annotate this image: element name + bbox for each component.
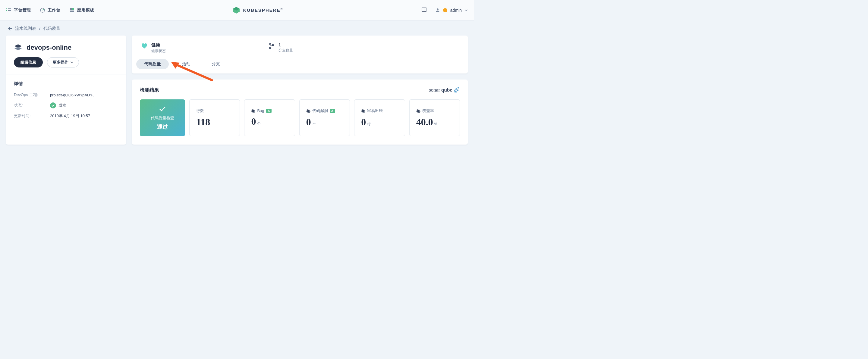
metric-value: 118 bbox=[196, 117, 210, 128]
success-check-icon bbox=[50, 102, 56, 108]
gauge-icon bbox=[40, 7, 45, 13]
svg-rect-1 bbox=[8, 8, 11, 9]
bug-icon bbox=[306, 109, 310, 113]
topnav-right: admin bbox=[421, 7, 468, 13]
sonar-wave-icon bbox=[453, 87, 460, 93]
metric-unit: 行 bbox=[367, 122, 371, 127]
svg-rect-6 bbox=[72, 8, 74, 10]
health-title: 健康 bbox=[151, 42, 166, 48]
svg-rect-5 bbox=[70, 8, 72, 10]
branch-count: 1 bbox=[278, 42, 293, 47]
username: admin bbox=[450, 8, 462, 13]
updated-value: 2019年 4月 19日 10:57 bbox=[50, 113, 90, 119]
updated-label: 更新时间: bbox=[14, 113, 50, 119]
user-menu[interactable]: admin bbox=[435, 8, 468, 13]
svg-rect-7 bbox=[70, 10, 72, 12]
metric-coverage: 覆盖率 40.0 % bbox=[409, 99, 460, 136]
pass-label2: 通过 bbox=[157, 123, 168, 130]
back-arrow-icon[interactable] bbox=[7, 26, 12, 31]
metric-unit: 个 bbox=[257, 121, 261, 126]
sonar-text2: qube bbox=[441, 87, 452, 93]
tab-code-quality[interactable]: 代码质量 bbox=[136, 59, 169, 69]
svg-point-20 bbox=[362, 110, 364, 112]
breadcrumb: 流水线列表 / 代码质量 bbox=[0, 21, 474, 36]
metric-label: 覆盖率 bbox=[422, 108, 434, 113]
svg-rect-2 bbox=[6, 10, 7, 11]
metric-unit: 个 bbox=[312, 122, 316, 127]
svg-point-16 bbox=[273, 44, 274, 46]
metric-value: 0 bbox=[306, 117, 311, 128]
nav-app-templates[interactable]: 应用模板 bbox=[69, 7, 94, 13]
metric-value: 0 bbox=[251, 116, 256, 127]
more-actions-label: 更多操作 bbox=[53, 60, 68, 65]
sonar-text1: sonar bbox=[429, 87, 440, 93]
breadcrumb-current: 代码质量 bbox=[43, 26, 60, 31]
check-icon bbox=[158, 105, 166, 113]
chevron-down-icon bbox=[465, 9, 468, 12]
svg-rect-3 bbox=[8, 10, 11, 11]
status-value: 成功 bbox=[59, 103, 66, 108]
grade-badge: A bbox=[330, 109, 335, 113]
results-title: 检测结果 bbox=[140, 87, 159, 93]
bug-icon bbox=[251, 109, 255, 113]
user-icon bbox=[435, 8, 440, 13]
chevron-down-icon bbox=[70, 61, 73, 64]
branch-subtitle: 分支数量 bbox=[278, 48, 293, 53]
status-dot-icon bbox=[443, 8, 447, 12]
svg-rect-0 bbox=[6, 8, 7, 9]
kubesphere-logo-icon bbox=[232, 6, 240, 14]
svg-point-19 bbox=[307, 110, 310, 112]
pass-label1: 代码质量检查 bbox=[151, 116, 174, 121]
health-subtitle: 健康状态 bbox=[151, 48, 166, 54]
metric-unit: % bbox=[434, 122, 438, 126]
metric-label: 容易出错 bbox=[367, 108, 383, 113]
svg-point-14 bbox=[270, 44, 271, 45]
pipeline-title: devops-online bbox=[27, 44, 71, 52]
svg-point-21 bbox=[417, 110, 420, 112]
heart-icon bbox=[141, 43, 148, 50]
devops-project-value: project-gQQ6RWYpADYJ bbox=[50, 92, 95, 98]
metric-value: 40.0 bbox=[416, 117, 433, 128]
brand-text: KUBESPHERE® bbox=[243, 7, 283, 13]
sonarqube-logo: sonarqube bbox=[429, 87, 460, 93]
nav-platform-manage[interactable]: 平台管理 bbox=[6, 7, 31, 13]
metric-label: 代码漏洞 bbox=[312, 108, 328, 113]
grade-badge: A bbox=[266, 109, 272, 113]
svg-point-15 bbox=[270, 47, 271, 49]
devops-project-label: DevOps 工程: bbox=[14, 92, 50, 98]
metric-label: Bug bbox=[257, 108, 264, 113]
tab-branches[interactable]: 分支 bbox=[204, 59, 228, 69]
list-icon bbox=[6, 7, 11, 13]
details-heading: 详情 bbox=[14, 81, 118, 87]
metric-label: 行数 bbox=[196, 108, 204, 113]
scan-results-card: 检测结果 sonarqube 代码质量检查 通过 行数 118 bbox=[132, 79, 468, 144]
pipeline-side-card: devops-online 编辑信息 更多操作 详情 DevOps 工程: pr… bbox=[6, 36, 126, 144]
top-navbar: 平台管理 工作台 应用模板 KUBESPHERE® admin bbox=[0, 0, 474, 21]
grid-icon bbox=[69, 7, 75, 13]
pipeline-header-card: 健康 健康状态 1 分支数量 代码质量 活动 分支 bbox=[132, 36, 468, 73]
nav-label: 应用模板 bbox=[77, 7, 94, 13]
metric-lines: 行数 118 bbox=[189, 99, 240, 136]
docs-icon[interactable] bbox=[421, 7, 427, 13]
metric-code-smells: 容易出错 0 行 bbox=[354, 99, 405, 136]
bug-icon bbox=[361, 109, 365, 113]
bug-icon bbox=[416, 109, 421, 113]
svg-point-18 bbox=[252, 110, 254, 112]
branch-icon bbox=[268, 43, 275, 50]
tab-activity[interactable]: 活动 bbox=[174, 59, 198, 69]
breadcrumb-sep: / bbox=[39, 26, 40, 31]
svg-marker-13 bbox=[14, 47, 22, 50]
more-actions-button[interactable]: 更多操作 bbox=[47, 57, 79, 67]
brand: KUBESPHERE® bbox=[94, 6, 421, 14]
metric-value: 0 bbox=[361, 117, 366, 128]
metric-bugs: Bug A 0 个 bbox=[244, 99, 295, 136]
edit-info-button[interactable]: 编辑信息 bbox=[14, 57, 43, 67]
stack-icon bbox=[14, 43, 22, 52]
nav-workbench[interactable]: 工作台 bbox=[40, 7, 60, 13]
breadcrumb-parent[interactable]: 流水线列表 bbox=[15, 26, 36, 31]
nav-label: 工作台 bbox=[48, 7, 60, 13]
nav-label: 平台管理 bbox=[14, 7, 31, 13]
tabs: 代码质量 活动 分支 bbox=[132, 59, 468, 73]
metric-vulnerabilities: 代码漏洞 A 0 个 bbox=[299, 99, 350, 136]
topnav-left: 平台管理 工作台 应用模板 bbox=[6, 7, 94, 13]
